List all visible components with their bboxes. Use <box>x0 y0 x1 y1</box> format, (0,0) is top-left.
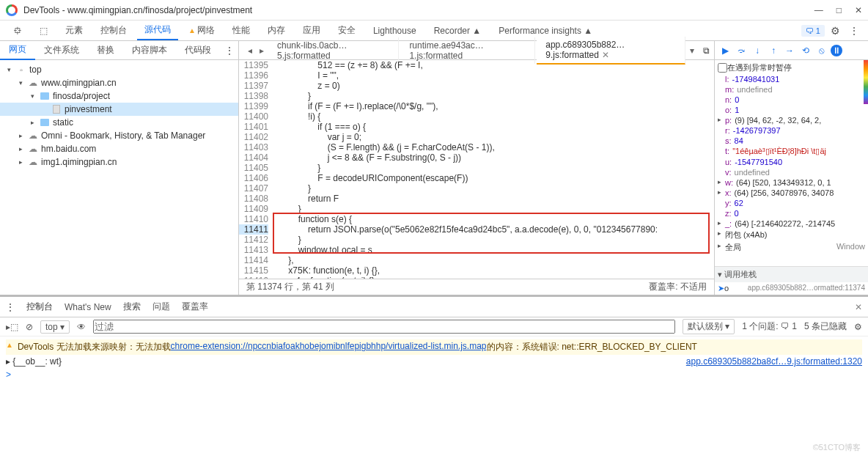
more-icon[interactable]: ⋮ <box>846 25 862 37</box>
left-tabs-more-icon[interactable]: ⋮ <box>221 45 238 56</box>
tab-performance[interactable]: 性能 <box>225 21 257 40</box>
issues-badge[interactable]: 🗨 1 <box>801 25 825 37</box>
scope-var[interactable]: ▸p: (9) [94, 62, -2, 32, 64, 2, <box>718 115 865 125</box>
tab-prev-icon[interactable]: ◂ <box>245 45 255 56</box>
console-filter-input[interactable] <box>93 320 675 334</box>
scope-var[interactable]: ▸x: (64) [256, 34078976, 34078 <box>718 188 865 198</box>
left-tab-fs[interactable]: 文件系统 <box>35 41 88 59</box>
console-object-text: ▸ {__ob__: wt} <box>6 356 62 367</box>
line-gutter[interactable]: 1139511396113971139811399114001140111402… <box>239 60 273 279</box>
drawer-tab-search[interactable]: 搜索 <box>123 301 141 313</box>
drawer-close-icon[interactable]: ✕ <box>855 302 862 312</box>
step-out-icon[interactable]: ↑ <box>766 43 781 58</box>
file-icon <box>51 104 62 114</box>
minimize-button[interactable]: — <box>814 5 823 15</box>
pause-button[interactable]: ⏸ <box>831 45 842 56</box>
left-tab-overrides[interactable]: 替换 <box>88 41 123 59</box>
left-tab-snippets[interactable]: 代码段 <box>176 41 220 59</box>
maximize-button[interactable]: □ <box>836 5 842 15</box>
callstack-header[interactable]: ▾ 调用堆栈 <box>715 266 868 282</box>
drawer-tab-coverage[interactable]: 覆盖率 <box>182 301 208 313</box>
drawer-tab-whatsnew[interactable]: What's New <box>65 302 111 312</box>
callstack-source[interactable]: app.c689305b882…ormatted:11374 <box>748 284 865 293</box>
scope-var[interactable]: r: -1426797397 <box>718 125 865 136</box>
issues-count[interactable]: 1 个问题: 🗨 1 <box>742 320 797 333</box>
cloud-icon <box>28 130 38 141</box>
scope-var[interactable]: ▸w: (64) [520, 134349312, 0, 1 <box>718 177 865 188</box>
tree-label: img1.qimingpian.cn <box>41 157 117 167</box>
tab-close-icon[interactable]: ✕ <box>602 50 609 60</box>
pause-exc-icon[interactable]: ⦸ <box>814 43 829 58</box>
step-over-icon[interactable]: ⤼ <box>734 43 749 58</box>
cloud-icon <box>28 78 38 88</box>
tab-dropdown-icon[interactable]: ▾ <box>687 45 697 56</box>
close-button[interactable]: ✕ <box>855 5 862 15</box>
global-value: Window <box>836 242 865 253</box>
tab-console[interactable]: 控制台 <box>93 21 134 40</box>
folder-icon <box>40 91 50 101</box>
scope-var[interactable]: v: undefined <box>718 167 865 177</box>
scope-var[interactable]: ▸_: (64) [-2146402272, -214745 <box>718 218 865 229</box>
hidden-count[interactable]: 5 条已隐藏 <box>804 320 847 333</box>
clear-console-icon[interactable]: ⊘ <box>26 322 33 332</box>
sidebar-toggle-icon[interactable]: ▸⬚ <box>6 322 18 332</box>
tree-item[interactable]: ▸static <box>0 116 238 129</box>
log-level-select[interactable]: 默认级别 ▾ <box>683 319 735 334</box>
console-source-link[interactable]: app.c689305b882ba8cf…9.js:formatted:1320 <box>686 356 862 367</box>
scope-var[interactable]: o: 1 <box>718 105 865 115</box>
tab-next-icon[interactable]: ▸ <box>257 45 267 56</box>
console-settings-icon[interactable]: ⚙ <box>854 322 862 332</box>
tab-recorder[interactable]: Recorder ▲ <box>427 23 489 39</box>
console-object-line[interactable]: ▸ {__ob__: wt} app.c689305b882ba8cf…9.js… <box>6 355 862 368</box>
console-prompt[interactable]: > <box>6 368 862 381</box>
tab-sources[interactable]: 源代码 <box>137 21 178 40</box>
scope-var[interactable]: z: 0 <box>718 208 865 218</box>
window-title: DevTools - www.qimingpian.cn/finosda/pro… <box>23 5 814 15</box>
tab-lighthouse[interactable]: Lighthouse <box>366 23 424 39</box>
scope-var[interactable]: t: "1éêµaè³▯ït¹ÈÐ¦8]hÐi \t▯äj <box>718 146 865 157</box>
code-editor[interactable]: 512 == (z += 8) && (F += I, I = "", z = … <box>273 60 714 279</box>
tree-item[interactable]: ▾www.qimingpian.cn <box>0 76 238 89</box>
pause-on-exception-checkbox[interactable] <box>718 62 727 73</box>
tab-network[interactable]: 网络 <box>181 21 222 40</box>
tree-label: top <box>29 65 42 75</box>
tree-item[interactable]: ▾finosda/project <box>0 89 238 103</box>
inspect-icon[interactable]: ⯐ <box>6 23 29 39</box>
warn-url[interactable]: chrome-extension://npccnbiafoakhobejomib… <box>171 341 487 353</box>
scope-var[interactable]: y: 62 <box>718 198 865 208</box>
step-into-icon[interactable]: ↓ <box>750 43 765 58</box>
callstack-item[interactable]: o <box>724 284 729 293</box>
global-label[interactable]: 全局 <box>725 242 741 253</box>
tree-item[interactable]: ▸Omni - Bookmark, History, & Tab Manager <box>0 129 238 142</box>
watermark: ©51CTO博客 <box>813 442 861 453</box>
left-tab-page[interactable]: 网页 <box>0 40 35 60</box>
tree-item[interactable]: ▸img1.qimingpian.cn <box>0 155 238 169</box>
drawer-tab-issues[interactable]: 问题 <box>152 301 170 313</box>
warn-suffix: 的内容：系统错误: net::ERR_BLOCKED_BY_CLIENT <box>487 341 697 353</box>
live-expr-icon[interactable]: 👁 <box>77 322 86 332</box>
scope-var[interactable]: m: undefined <box>718 84 865 95</box>
tree-item[interactable]: ▸hm.baidu.com <box>0 142 238 155</box>
drawer-tab-console[interactable]: 控制台 <box>26 301 53 313</box>
context-select[interactable]: top ▾ <box>40 320 70 334</box>
drawer-dots-icon[interactable]: ⋮ <box>6 302 15 312</box>
tree-item[interactable]: ▾top <box>0 63 238 76</box>
cloud-icon <box>28 157 38 167</box>
scope-var[interactable]: n: 0 <box>718 95 865 105</box>
closure-label[interactable]: 闭包 (x4Ab) <box>725 229 767 240</box>
scope-var[interactable]: s: 84 <box>718 136 865 146</box>
chrome-icon <box>6 4 18 16</box>
tree-label: static <box>53 117 73 128</box>
tab-elements[interactable]: 元素 <box>58 21 90 40</box>
file-tree[interactable]: ▾top▾www.qimingpian.cn▾finosda/projectpi… <box>0 60 238 295</box>
scope-var[interactable]: l: -1749841031 <box>718 74 865 84</box>
step-icon[interactable]: → <box>782 43 797 58</box>
device-toggle-icon[interactable]: ⬚ <box>32 23 55 39</box>
settings-icon[interactable]: ⚙ <box>828 25 843 37</box>
tree-item[interactable]: pinvestment <box>0 103 238 116</box>
tab-popout-icon[interactable]: ⧉ <box>699 45 714 56</box>
deactivate-bp-icon[interactable]: ⟲ <box>798 43 813 58</box>
left-tab-content[interactable]: 内容脚本 <box>123 41 176 59</box>
scope-var[interactable]: u: -1547791540 <box>718 157 865 167</box>
resume-icon[interactable]: ▶ <box>718 43 732 58</box>
